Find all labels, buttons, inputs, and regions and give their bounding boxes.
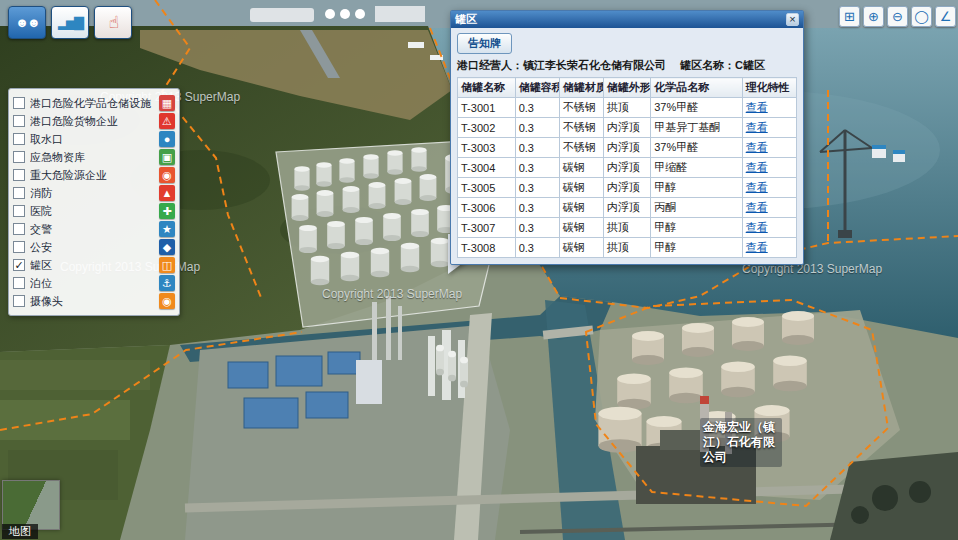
table-cell: 0.3 (515, 138, 559, 158)
fire-station-icon: ▲ (159, 185, 175, 201)
notice-board-button[interactable]: 告知牌 (457, 33, 512, 54)
layer-checkbox[interactable] (13, 133, 25, 145)
layer-list: 港口危险化学品仓储设施▦港口危险货物企业⚠取水口●应急物资库▣重大危险源企业◉消… (13, 94, 175, 310)
layer-checkbox[interactable] (13, 187, 25, 199)
layer-label: 医院 (30, 204, 154, 219)
table-cell: 0.3 (515, 118, 559, 138)
table-cell: 查看 (742, 138, 796, 158)
statistics-button[interactable]: ▂▅▇ (51, 6, 89, 39)
layer-checkbox[interactable] (13, 205, 25, 217)
layer-label: 取水口 (30, 132, 154, 147)
table-cell: 内浮顶 (603, 158, 650, 178)
hazard-goods-icon: ⚠ (159, 113, 175, 129)
layer-checkbox[interactable] (13, 241, 25, 253)
layer-label: 港口危险货物企业 (30, 114, 154, 129)
table-row: T-30060.3碳钢内浮顶丙酮查看 (458, 198, 797, 218)
table-cell: 0.3 (515, 198, 559, 218)
minimap-label: 地图 (2, 524, 38, 539)
layer-item-6[interactable]: 消防▲ (13, 184, 175, 202)
layer-checkbox[interactable]: ✓ (13, 259, 25, 271)
table-cell: 拱顶 (603, 98, 650, 118)
table-cell: 0.3 (515, 218, 559, 238)
personnel-icon: ☻☻ (15, 15, 38, 30)
zoom-out-button[interactable]: ⊖ (887, 6, 908, 27)
layer-panel: 港口危险化学品仓储设施▦港口危险货物企业⚠取水口●应急物资库▣重大危险源企业◉消… (8, 88, 180, 316)
dialog-title: 罐区 (455, 12, 786, 27)
table-cell: T-3001 (458, 98, 516, 118)
layer-item-9[interactable]: 公安◆ (13, 238, 175, 256)
layer-item-1[interactable]: 港口危险化学品仓储设施▦ (13, 94, 175, 112)
layer-checkbox[interactable] (13, 169, 25, 181)
company-label: 金海宏业（镇江）石化有限公司 (700, 418, 782, 467)
copyright-watermark: Copyright 2013 SuperMap (322, 287, 462, 301)
layer-item-8[interactable]: 交警★ (13, 220, 175, 238)
layer-label: 摄像头 (30, 294, 154, 309)
view-link[interactable]: 查看 (746, 121, 768, 133)
layer-checkbox[interactable] (13, 277, 25, 289)
hazard-source-icon: ◉ (159, 167, 175, 183)
table-cell: 甲醇 (651, 218, 743, 238)
view-link[interactable]: 查看 (746, 241, 768, 253)
dialog-titlebar[interactable]: 罐区 × (451, 11, 803, 28)
table-row: T-30010.3不锈钢拱顶37%甲醛查看 (458, 98, 797, 118)
layer-item-5[interactable]: 重大危险源企业◉ (13, 166, 175, 184)
table-cell: 碳钢 (559, 158, 603, 178)
layer-item-4[interactable]: 应急物资库▣ (13, 148, 175, 166)
operator-value: 镇江李长荣石化仓储有限公司 (523, 59, 666, 71)
layer-item-12[interactable]: 摄像头◉ (13, 292, 175, 310)
tank-table-header-row: 储罐名称储罐容积储罐材质储罐外形化学品名称理化特性 (458, 78, 797, 98)
table-row: T-30040.3碳钢内浮顶甲缩醛查看 (458, 158, 797, 178)
tank-area-label: 罐区名称： (680, 59, 735, 71)
pan-button[interactable]: ⊞ (839, 6, 860, 27)
measure-button[interactable]: ∠ (935, 6, 956, 27)
table-cell: T-3006 (458, 198, 516, 218)
police-icon: ◆ (159, 239, 175, 255)
close-icon[interactable]: × (786, 13, 799, 26)
table-cell: 查看 (742, 118, 796, 138)
view-link[interactable]: 查看 (746, 181, 768, 193)
column-header: 储罐材质 (559, 78, 603, 98)
zoom-in-button[interactable]: ⊕ (863, 6, 884, 27)
personnel-button[interactable]: ☻☻ (8, 6, 46, 39)
layer-label: 应急物资库 (30, 150, 154, 165)
globe-button[interactable]: ◯ (911, 6, 932, 27)
layer-checkbox[interactable] (13, 151, 25, 163)
layer-item-10[interactable]: ✓罐区◫ (13, 256, 175, 274)
column-header: 储罐容积 (515, 78, 559, 98)
table-cell: 拱顶 (603, 238, 650, 258)
layer-label: 交警 (30, 222, 154, 237)
view-link[interactable]: 查看 (746, 221, 768, 233)
table-cell: 甲缩醛 (651, 158, 743, 178)
table-cell: 甲醇 (651, 178, 743, 198)
table-cell: T-3005 (458, 178, 516, 198)
layer-item-3[interactable]: 取水口● (13, 130, 175, 148)
table-cell: 内浮顶 (603, 198, 650, 218)
layer-checkbox[interactable] (13, 295, 25, 307)
layer-checkbox[interactable] (13, 115, 25, 127)
view-link[interactable]: 查看 (746, 141, 768, 153)
layer-checkbox[interactable] (13, 97, 25, 109)
layer-checkbox[interactable] (13, 223, 25, 235)
layer-label: 重大危险源企业 (30, 168, 154, 183)
tank-area-dialog: 罐区 × 告知牌 港口经营人：镇江李长荣石化仓储有限公司罐区名称：C罐区 储罐名… (450, 10, 804, 265)
minimap[interactable] (2, 480, 60, 530)
layer-item-7[interactable]: 医院✚ (13, 202, 175, 220)
touch-control-button[interactable]: ☝ (94, 6, 132, 39)
emergency-supplies-icon: ▣ (159, 149, 175, 165)
table-cell: 碳钢 (559, 178, 603, 198)
view-link[interactable]: 查看 (746, 101, 768, 113)
table-cell: 查看 (742, 98, 796, 118)
map-application: Copyright 2013 SuperMap Copyright 2013 S… (0, 0, 958, 540)
table-cell: T-3002 (458, 118, 516, 138)
traffic-police-icon: ★ (159, 221, 175, 237)
layer-item-2[interactable]: 港口危险货物企业⚠ (13, 112, 175, 130)
statistics-icon: ▂▅▇ (58, 15, 82, 30)
tank-table-body: T-30010.3不锈钢拱顶37%甲醛查看T-30020.3不锈钢内浮顶甲基异丁… (458, 98, 797, 258)
table-cell: 内浮顶 (603, 178, 650, 198)
layer-item-11[interactable]: 泊位⚓ (13, 274, 175, 292)
view-link[interactable]: 查看 (746, 161, 768, 173)
view-link[interactable]: 查看 (746, 201, 768, 213)
table-cell: T-3003 (458, 138, 516, 158)
table-cell: 内浮顶 (603, 118, 650, 138)
warehouse-icon: ▦ (159, 95, 175, 111)
